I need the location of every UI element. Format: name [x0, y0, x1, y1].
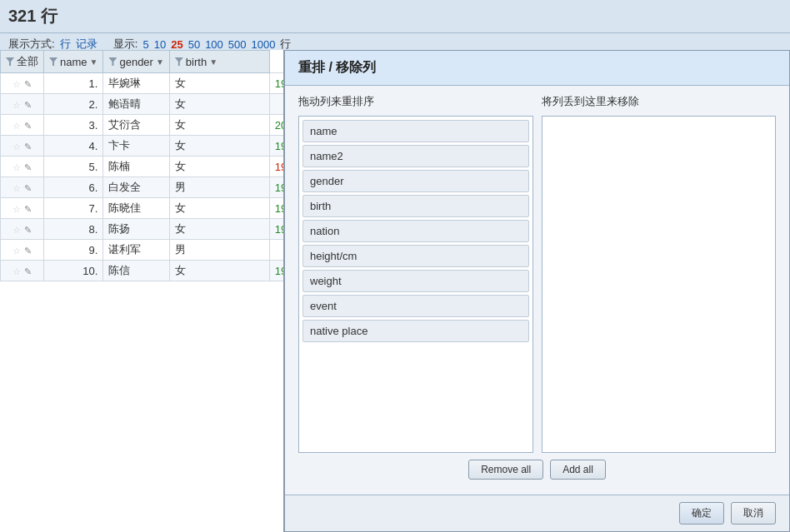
- count-100[interactable]: 100: [205, 38, 223, 51]
- edit-icon[interactable]: ✎: [24, 225, 32, 235]
- row-gender: 女: [169, 157, 269, 177]
- modal-columns: 拖动列来重排序 namename2genderbirthnationheight…: [298, 94, 776, 453]
- row-name: 谌利军: [103, 240, 169, 261]
- column-item[interactable]: gender: [302, 170, 529, 192]
- remove-all-button[interactable]: Remove all: [468, 460, 543, 480]
- modal-title: 重排 / 移除列: [298, 60, 376, 74]
- edit-icon[interactable]: ✎: [24, 162, 32, 172]
- star-icon[interactable]: ☆: [12, 225, 21, 235]
- row-num: 1.: [44, 73, 103, 94]
- filter-icon-name[interactable]: [49, 57, 58, 66]
- row-gender: 女: [169, 94, 269, 115]
- star-icon[interactable]: ☆: [12, 79, 21, 89]
- filter-icon-all[interactable]: [6, 57, 14, 66]
- row-num: 2.: [44, 94, 103, 115]
- row-actions: ☆ ✎: [1, 177, 44, 198]
- th-birth-label: birth: [186, 56, 207, 68]
- column-item[interactable]: height/cm: [302, 245, 529, 267]
- count-500[interactable]: 500: [228, 38, 247, 51]
- reorder-modal: 重排 / 移除列 拖动列来重排序 namename2genderbirthnat…: [283, 50, 790, 532]
- row-name: 艾衍含: [103, 115, 169, 136]
- star-icon[interactable]: ☆: [12, 162, 21, 172]
- row-num: 6.: [44, 177, 103, 198]
- filter-icon-birth[interactable]: [175, 57, 183, 66]
- count-25[interactable]: 25: [171, 38, 182, 51]
- row-num: 5.: [44, 157, 103, 177]
- filter-icon-gender[interactable]: [108, 57, 117, 66]
- count-50[interactable]: 50: [188, 38, 200, 51]
- column-item[interactable]: birth: [302, 195, 529, 217]
- page-background: 321 行 展示方式: 行 记录 显示: 5 10 25 50 100 500 …: [0, 0, 790, 532]
- edit-icon[interactable]: ✎: [24, 246, 32, 256]
- th-birth[interactable]: birth ▼: [169, 51, 269, 73]
- star-icon[interactable]: ☆: [12, 183, 21, 193]
- row-actions: ☆ ✎: [1, 261, 44, 281]
- confirm-button[interactable]: 确定: [679, 502, 724, 525]
- edit-icon[interactable]: ✎: [24, 183, 32, 193]
- th-gender[interactable]: gender ▼: [103, 51, 169, 73]
- modal-header: 重排 / 移除列: [285, 51, 789, 86]
- edit-icon[interactable]: ✎: [24, 79, 32, 89]
- edit-icon[interactable]: ✎: [24, 266, 32, 276]
- count-5[interactable]: 5: [142, 38, 148, 51]
- sort-icon-birth: ▼: [209, 57, 218, 67]
- modal-mid-buttons: Remove all Add all: [298, 453, 776, 486]
- row-actions: ☆ ✎: [1, 157, 44, 177]
- left-column-list[interactable]: namename2genderbirthnationheight/cmweigh…: [298, 116, 533, 453]
- edit-icon[interactable]: ✎: [24, 121, 32, 131]
- column-item[interactable]: nation: [302, 220, 529, 242]
- th-actions: 全部: [1, 51, 44, 73]
- column-item[interactable]: name: [302, 120, 529, 142]
- row-num: 10.: [44, 261, 103, 281]
- column-item[interactable]: weight: [302, 270, 529, 292]
- row-gender: 男: [169, 240, 269, 261]
- edit-icon[interactable]: ✎: [24, 100, 32, 110]
- modal-body: 拖动列来重排序 namename2genderbirthnationheight…: [285, 86, 789, 495]
- sort-icon-gender: ▼: [156, 57, 164, 67]
- count-10[interactable]: 10: [154, 38, 166, 51]
- column-item[interactable]: native place: [302, 320, 529, 342]
- row-gender: 女: [169, 219, 269, 240]
- row-gender: 女: [169, 73, 269, 94]
- row-name: 陈信: [103, 261, 169, 281]
- row-num: 8.: [44, 219, 103, 240]
- row-actions: ☆ ✎: [1, 94, 44, 115]
- column-item[interactable]: event: [302, 295, 529, 317]
- cancel-button[interactable]: 取消: [731, 502, 776, 525]
- modal-footer: 确定 取消: [285, 495, 789, 531]
- row-name: 陈晓佳: [103, 198, 169, 219]
- row-actions: ☆ ✎: [1, 136, 44, 157]
- row-num: 4.: [44, 136, 103, 157]
- row-gender: 男: [169, 177, 269, 198]
- right-panel-label: 将列丢到这里来移除: [542, 94, 777, 109]
- star-icon[interactable]: ☆: [12, 121, 21, 131]
- row-actions: ☆ ✎: [1, 73, 44, 94]
- add-all-button[interactable]: Add all: [550, 460, 606, 480]
- star-icon[interactable]: ☆: [12, 266, 21, 276]
- right-panel: 将列丢到这里来移除: [542, 94, 777, 453]
- row-name: 卞卡: [103, 136, 169, 157]
- left-panel-label: 拖动列来重排序: [298, 94, 533, 109]
- row-actions: ☆ ✎: [1, 115, 44, 136]
- row-actions: ☆ ✎: [1, 240, 44, 261]
- row-gender: 女: [169, 261, 269, 281]
- th-gender-label: gender: [119, 56, 152, 68]
- star-icon[interactable]: ☆: [12, 204, 21, 214]
- table-area: 全部 name ▼ gender ▼: [0, 50, 283, 532]
- th-name[interactable]: name ▼: [44, 51, 103, 73]
- edit-icon[interactable]: ✎: [24, 204, 32, 214]
- row-name: 毕婉琳: [103, 73, 169, 94]
- row-name: 陈楠: [103, 157, 169, 177]
- row-num: 7.: [44, 198, 103, 219]
- column-item[interactable]: name2: [302, 145, 529, 167]
- right-column-list[interactable]: [542, 116, 777, 453]
- edit-icon[interactable]: ✎: [24, 142, 32, 152]
- row-gender: 女: [169, 198, 269, 219]
- left-panel: 拖动列来重排序 namename2genderbirthnationheight…: [298, 94, 533, 453]
- th-name-label: name: [60, 56, 88, 68]
- count-1000[interactable]: 1000: [252, 38, 276, 51]
- star-icon[interactable]: ☆: [12, 142, 21, 152]
- star-icon[interactable]: ☆: [12, 100, 21, 110]
- star-icon[interactable]: ☆: [12, 246, 21, 256]
- row-gender: 女: [169, 115, 269, 136]
